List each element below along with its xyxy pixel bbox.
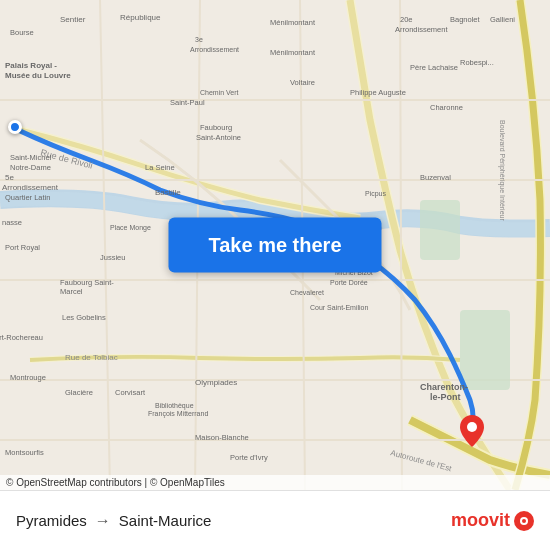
svg-text:Corvisart: Corvisart [115, 388, 146, 397]
svg-rect-10 [420, 200, 460, 260]
svg-text:Les Gobelins: Les Gobelins [62, 313, 106, 322]
moovit-dot-icon [514, 511, 534, 531]
svg-point-74 [467, 422, 477, 432]
svg-text:Arrondissement: Arrondissement [395, 25, 448, 34]
svg-text:Notre-Dame: Notre-Dame [10, 163, 51, 172]
svg-text:20e: 20e [400, 15, 413, 24]
svg-text:Buzenval: Buzenval [420, 173, 451, 182]
svg-text:Place Monge: Place Monge [110, 224, 151, 232]
svg-text:Voltaire: Voltaire [290, 78, 315, 87]
svg-text:Maison-Blanche: Maison-Blanche [195, 433, 249, 442]
svg-text:Palais Royal -: Palais Royal - [5, 61, 57, 70]
svg-text:Boulevard Périphérique Intérie: Boulevard Périphérique Intérieur [498, 120, 506, 221]
svg-text:Gallieni: Gallieni [490, 15, 515, 24]
svg-text:Jussieu: Jussieu [100, 253, 125, 262]
svg-text:Philippe Auguste: Philippe Auguste [350, 88, 406, 97]
svg-text:Porte d'Ivry: Porte d'Ivry [230, 453, 268, 462]
arrow-icon: → [95, 512, 111, 530]
moovit-logo: moovit [451, 510, 534, 531]
take-me-there-button[interactable]: Take me there [168, 218, 381, 273]
route-info: Pyramides → Saint-Maurice [16, 512, 211, 530]
svg-text:Marcel: Marcel [60, 287, 83, 296]
svg-text:Arrondissement: Arrondissement [190, 46, 239, 53]
svg-text:Chevaleret: Chevaleret [290, 289, 324, 296]
svg-text:5e: 5e [5, 173, 14, 182]
svg-text:Saint-Paul: Saint-Paul [170, 98, 205, 107]
map-container: Rue de Rivoli Rue de Tolbiac Autoroute d… [0, 0, 550, 490]
svg-text:Olympiades: Olympiades [195, 378, 237, 387]
svg-text:Montrouge: Montrouge [10, 373, 46, 382]
svg-text:Glacière: Glacière [65, 388, 93, 397]
svg-text:Bourse: Bourse [10, 28, 34, 37]
svg-text:Faubourg: Faubourg [200, 123, 232, 132]
svg-text:Saint-Antoine: Saint-Antoine [196, 133, 241, 142]
svg-text:le-Pont: le-Pont [430, 392, 461, 402]
svg-text:Cour Saint-Emilion: Cour Saint-Emilion [310, 304, 368, 311]
svg-text:République: République [120, 13, 161, 22]
svg-text:Charenton-: Charenton- [420, 382, 468, 392]
svg-text:Bastille: Bastille [155, 188, 181, 197]
svg-text:Musée du Louvre: Musée du Louvre [5, 71, 71, 80]
svg-text:La Seine: La Seine [145, 163, 175, 172]
svg-text:Arrondissement: Arrondissement [2, 183, 59, 192]
moovit-logo-text: moovit [451, 510, 510, 531]
destination-pin [460, 415, 484, 447]
start-pin [8, 120, 22, 134]
svg-text:Montsourfis: Montsourfis [5, 448, 44, 457]
svg-text:Porte Dorée: Porte Dorée [330, 279, 368, 286]
svg-text:Saint-Michel: Saint-Michel [10, 153, 52, 162]
svg-text:Charonne: Charonne [430, 103, 463, 112]
origin-label: Pyramides [16, 512, 87, 529]
svg-text:Bagnolet: Bagnolet [450, 15, 481, 24]
svg-text:Port Royal: Port Royal [5, 243, 40, 252]
svg-text:Sentier: Sentier [60, 15, 86, 24]
svg-text:Picpus: Picpus [365, 190, 387, 198]
svg-text:ert-Rochereau: ert-Rochereau [0, 333, 43, 342]
svg-text:François Mitterrand: François Mitterrand [148, 410, 208, 418]
svg-text:3e: 3e [195, 36, 203, 43]
svg-text:Robespi...: Robespi... [460, 58, 494, 67]
svg-text:Quartier Latin: Quartier Latin [5, 193, 50, 202]
svg-text:Rue de Tolbiac: Rue de Tolbiac [65, 353, 118, 362]
svg-text:Faubourg Saint-: Faubourg Saint- [60, 278, 114, 287]
svg-text:Chemin Vert: Chemin Vert [200, 89, 239, 96]
destination-label: Saint-Maurice [119, 512, 212, 529]
svg-text:Ménilmontant: Ménilmontant [270, 18, 316, 27]
svg-text:Père Lachaise: Père Lachaise [410, 63, 458, 72]
svg-text:nasse: nasse [2, 218, 22, 227]
svg-text:Ménilmontant: Ménilmontant [270, 48, 316, 57]
svg-point-76 [522, 519, 526, 523]
bottom-bar: Pyramides → Saint-Maurice moovit [0, 490, 550, 550]
map-attribution: © OpenStreetMap contributors | © OpenMap… [0, 475, 550, 490]
svg-rect-11 [460, 310, 510, 390]
svg-text:Bibliothèque: Bibliothèque [155, 402, 194, 410]
